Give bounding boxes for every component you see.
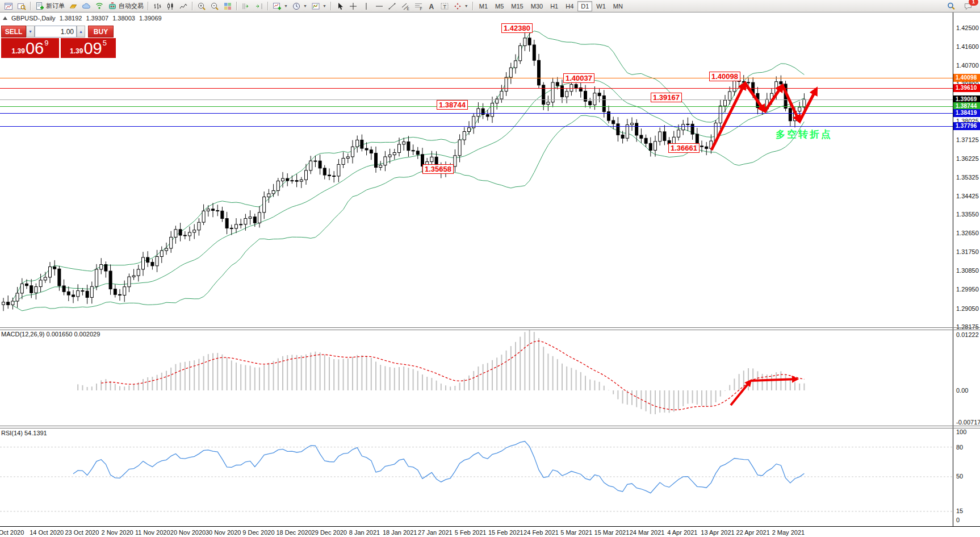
price-tick: 1.37125 — [956, 136, 979, 143]
bollinger-bands — [12, 31, 804, 311]
dropdown-arrow-icon[interactable]: ▼ — [464, 4, 468, 8]
price-swing-label[interactable]: 1.36661 — [668, 143, 700, 153]
zoom-out-button[interactable] — [208, 1, 221, 12]
trendline-button[interactable] — [386, 1, 399, 12]
timeframe-m1-button[interactable]: M1 — [476, 1, 491, 11]
timeframe-h4-button[interactable]: H4 — [562, 1, 577, 11]
bid-prefix: 1.39 — [12, 47, 25, 55]
buy-button[interactable]: BUY — [88, 26, 114, 38]
date-label: 8 Jan 2021 — [349, 529, 380, 536]
high-value: 1.39307 — [86, 15, 108, 22]
bar-chart-button[interactable] — [151, 1, 164, 12]
close-value: 1.39069 — [139, 15, 162, 22]
timeframe-m15-button[interactable]: M15 — [508, 1, 526, 11]
sell-button[interactable]: SELL — [1, 26, 26, 38]
splitter-main-macd[interactable] — [0, 327, 980, 328]
arrows-button[interactable]: ▼ — [451, 1, 470, 12]
chart-shift-button[interactable] — [253, 1, 265, 12]
auto-scroll-button[interactable] — [240, 1, 252, 12]
symbols-search-icon — [17, 2, 26, 11]
date-label: 2 May 2021 — [772, 529, 805, 536]
bid-price[interactable]: 1.39 06 9 — [1, 38, 59, 58]
price-tick: 1.42500 — [956, 24, 979, 31]
ask-big-digits: 09 — [83, 40, 102, 57]
new-chart-button[interactable]: ▼ — [271, 1, 290, 12]
trend-arrow-segment[interactable] — [745, 83, 765, 111]
price-swing-label[interactable]: 1.38744 — [437, 100, 468, 110]
volume-down-button[interactable]: ▼ — [26, 26, 35, 38]
date-label: 24 Feb 2021 — [523, 529, 559, 536]
trend-arrow-segment[interactable] — [765, 85, 782, 111]
ask-prefix: 1.39 — [70, 47, 83, 55]
dropdown-arrow-icon[interactable]: ▼ — [303, 4, 307, 8]
date-label: Oct 2020 — [0, 529, 24, 536]
auto-trading-button[interactable]: 自动交易 — [106, 1, 145, 12]
fibonacci-button[interactable]: F — [412, 1, 425, 12]
date-label: 9 Dec 2020 — [242, 529, 274, 536]
rsi-axis-tick: 50 — [956, 473, 963, 480]
timeframe-mn-button[interactable]: MN — [610, 1, 626, 11]
line-chart-button[interactable] — [177, 1, 190, 12]
turning-point-annotation[interactable]: 多空转折点 — [776, 128, 832, 141]
crosshair-button[interactable] — [347, 1, 359, 12]
chart-canvas[interactable] — [0, 0, 980, 537]
date-label: 5 Feb 2021 — [455, 529, 487, 536]
date-label: 24 Mar 2021 — [630, 529, 665, 536]
text-button[interactable]: A — [425, 1, 438, 12]
text-label-button[interactable]: T — [438, 1, 451, 12]
chart-window-button[interactable] — [2, 1, 15, 12]
price-swing-label[interactable]: 1.39167 — [651, 93, 682, 102]
signals-button[interactable] — [93, 1, 106, 12]
tile-windows-button[interactable] — [221, 1, 234, 12]
macd-axis-tick: 0.00 — [956, 387, 968, 394]
price-tick: 1.35325 — [956, 174, 979, 181]
price-tag: 1.38419 — [953, 109, 980, 117]
chart-window-icon — [4, 2, 13, 11]
new-order-label: 新订单 — [46, 2, 65, 10]
zoom-in-button[interactable] — [195, 1, 208, 12]
symbols-search-button[interactable] — [15, 1, 28, 12]
periods-button[interactable]: ▼ — [290, 1, 309, 12]
dropdown-arrow-icon[interactable]: ▼ — [284, 4, 288, 8]
mql5-cloud-button[interactable] — [80, 1, 93, 12]
date-label: 23 Oct 2020 — [65, 529, 99, 536]
timeframe-h1-button[interactable]: H1 — [547, 1, 562, 11]
notifications-button[interactable]: 1 — [962, 1, 974, 12]
dropdown-arrow-icon[interactable]: ▼ — [323, 4, 326, 8]
volume-up-button[interactable]: ▲ — [77, 26, 85, 38]
new-order-button[interactable]: 新订单 — [33, 1, 66, 12]
search-button[interactable] — [945, 1, 957, 12]
horizontal-line-button[interactable] — [373, 1, 386, 12]
timeframe-d1-button[interactable]: D1 — [577, 1, 592, 11]
svg-text:T: T — [443, 3, 446, 9]
price-tick: 1.33550 — [956, 211, 979, 218]
zoom-in-icon — [197, 2, 206, 11]
candle-chart-button[interactable] — [164, 1, 177, 12]
date-label: 22 Apr 2021 — [736, 529, 770, 536]
zoom-out-icon — [210, 2, 219, 11]
ask-pipette: 5 — [103, 39, 107, 47]
cursor-button[interactable] — [334, 1, 346, 12]
price-swing-label[interactable]: 1.35658 — [422, 164, 454, 174]
market-button[interactable] — [67, 1, 79, 12]
splitter-macd-rsi[interactable] — [0, 426, 980, 426]
templates-button[interactable]: ▼ — [309, 1, 328, 12]
macd-arrow-segment[interactable] — [731, 381, 751, 405]
price-swing-label[interactable]: 1.42380 — [501, 23, 533, 33]
timeframe-m30-button[interactable]: M30 — [527, 1, 546, 11]
date-label: 18 Dec 2020 — [276, 529, 311, 536]
trend-arrow-segment[interactable] — [799, 89, 816, 122]
price-swing-label[interactable]: 1.40098 — [709, 72, 740, 81]
price-swing-label[interactable]: 1.40037 — [563, 73, 594, 83]
auto-scroll-icon — [241, 2, 250, 11]
date-label: 18 Jan 2021 — [383, 529, 417, 536]
rsi-bottom-border — [0, 526, 980, 527]
volume-input[interactable]: 1.00 — [35, 26, 77, 38]
timeframe-w1-button[interactable]: W1 — [593, 1, 609, 11]
vertical-line-button[interactable] — [360, 1, 372, 12]
ask-price[interactable]: 1.39 09 5 — [61, 38, 116, 58]
notification-badge: 1 — [969, 0, 978, 6]
equidistant-channel-button[interactable]: E — [399, 1, 412, 12]
timeframe-m5-button[interactable]: M5 — [492, 1, 507, 11]
rsi-axis-tick: 15 — [956, 507, 963, 514]
